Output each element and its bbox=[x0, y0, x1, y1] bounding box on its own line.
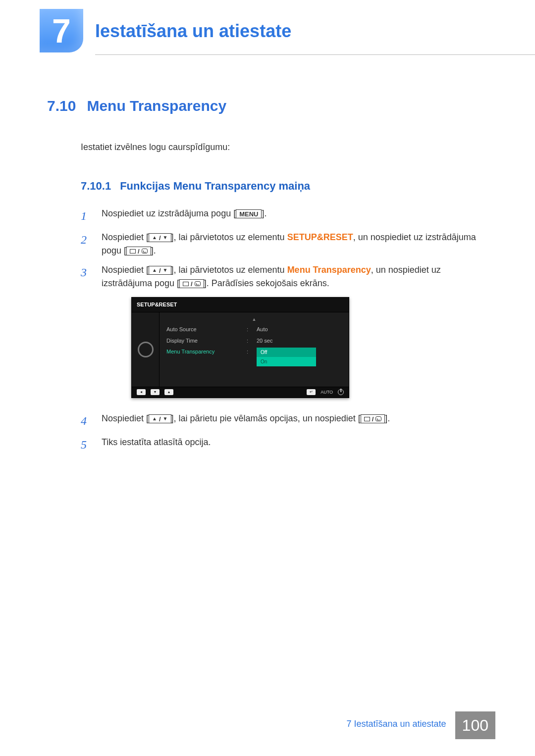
page-number: 100 bbox=[455, 711, 495, 739]
page-header: 7 Iestatīšana un atiestate bbox=[0, 0, 535, 55]
intro-text: Iestatiet izvēlnes logu caurspīdīgumu: bbox=[81, 141, 490, 154]
step-text: Nospiediet [▲/▼], lai pārvietotos uz ele… bbox=[102, 263, 490, 406]
gear-icon bbox=[138, 342, 154, 357]
step-number: 4 bbox=[81, 412, 94, 430]
section-title: Menu Transparency bbox=[87, 95, 226, 117]
step-3: 3 Nospiediet [▲/▼], lai pārvietotos uz e… bbox=[81, 263, 490, 406]
keyword-menu-transparency: Menu Transparency bbox=[287, 265, 371, 275]
osd-value: Auto bbox=[257, 325, 268, 334]
osd-row-menu-transparency: Menu Transparency : Off On bbox=[160, 346, 349, 368]
nav-left-icon: ◂ bbox=[137, 389, 146, 395]
step-2: 2 Nospiediet [▲/▼], lai pārvietotos uz e… bbox=[81, 231, 490, 257]
power-icon bbox=[338, 389, 344, 395]
osd-main: ▲ Auto Source : Auto Display Time : 20 s… bbox=[160, 312, 349, 387]
select-enter-icon: / bbox=[179, 279, 204, 288]
up-down-icon: ▲/▼ bbox=[149, 414, 171, 423]
step-number: 1 bbox=[81, 207, 94, 225]
osd-panel: SETUP&RESET ▲ Auto Source : Auto bbox=[131, 297, 349, 398]
step-number: 5 bbox=[81, 436, 94, 454]
up-down-icon: ▲/▼ bbox=[149, 266, 171, 275]
step-text: Nospiediet [▲/▼], lai pārietu pie vēlamā… bbox=[102, 412, 490, 430]
step-text: Nospiediet uz izstrādājuma pogu [MENU]. bbox=[102, 207, 490, 225]
osd-row-auto-source: Auto Source : Auto bbox=[160, 324, 349, 335]
subsection-number: 7.10.1 bbox=[81, 178, 111, 194]
osd-option-off: Off bbox=[257, 348, 316, 357]
osd-label: Display Time bbox=[166, 337, 241, 345]
enter-icon: ↵ bbox=[307, 389, 316, 395]
up-down-icon: ▲/▼ bbox=[149, 233, 171, 242]
osd-label: Auto Source bbox=[166, 325, 241, 334]
subsection-title: Funkcijas Menu Transparency maiņa bbox=[120, 178, 310, 194]
footer-chapter-label: 7 Iestatīšana un atiestate bbox=[337, 711, 455, 739]
chapter-title: Iestatīšana un atiestate bbox=[95, 9, 535, 45]
step-number: 3 bbox=[81, 263, 94, 406]
osd-screenshot: SETUP&RESET ▲ Auto Source : Auto bbox=[131, 297, 490, 398]
select-enter-icon: / bbox=[126, 247, 151, 255]
osd-footer: ◂ ▾ ▴ ↵ AUTO bbox=[132, 387, 349, 398]
osd-dropdown: Off On bbox=[257, 348, 316, 366]
step-text: Tiks iestatīta atlasītā opcija. bbox=[102, 436, 490, 454]
osd-row-display-time: Display Time : 20 sec bbox=[160, 335, 349, 347]
osd-value: 20 sec bbox=[257, 337, 272, 345]
menu-button-icon: MENU bbox=[236, 209, 262, 218]
osd-label-active: Menu Transparency bbox=[166, 348, 241, 366]
osd-title: SETUP&RESET bbox=[132, 298, 349, 312]
osd-option-on: On bbox=[257, 357, 316, 366]
chapter-title-rule: Iestatīšana un atiestate bbox=[95, 9, 535, 55]
page-content: 7.10 Menu Transparency Iestatiet izvēlne… bbox=[0, 55, 535, 454]
scroll-up-icon: ▲ bbox=[160, 315, 349, 324]
step-5: 5 Tiks iestatīta atlasītā opcija. bbox=[81, 436, 490, 454]
keyword-setup-reset: SETUP&RESET bbox=[287, 232, 353, 242]
osd-body: ▲ Auto Source : Auto Display Time : 20 s… bbox=[132, 312, 349, 387]
subsection-head: 7.10.1 Funkcijas Menu Transparency maiņa bbox=[81, 178, 490, 194]
page-footer: 7 Iestatīšana un atiestate 100 bbox=[337, 711, 495, 739]
nav-up-icon: ▴ bbox=[164, 389, 173, 395]
section-number: 7.10 bbox=[47, 95, 76, 117]
step-number: 2 bbox=[81, 231, 94, 257]
section-head: 7.10 Menu Transparency bbox=[47, 95, 490, 117]
select-enter-icon: / bbox=[361, 414, 385, 423]
osd-sidebar bbox=[132, 312, 160, 387]
osd-footer-left: ◂ ▾ ▴ bbox=[137, 389, 173, 395]
step-1: 1 Nospiediet uz izstrādājuma pogu [MENU]… bbox=[81, 207, 490, 225]
step-text: Nospiediet [▲/▼], lai pārvietotos uz ele… bbox=[102, 231, 490, 257]
step-4: 4 Nospiediet [▲/▼], lai pārietu pie vēla… bbox=[81, 412, 490, 430]
nav-down-icon: ▾ bbox=[151, 389, 160, 395]
osd-footer-right: ↵ AUTO bbox=[307, 389, 344, 396]
chapter-number-badge: 7 bbox=[40, 9, 83, 52]
auto-label: AUTO bbox=[321, 389, 333, 396]
steps-list: 1 Nospiediet uz izstrādājuma pogu [MENU]… bbox=[81, 207, 490, 454]
